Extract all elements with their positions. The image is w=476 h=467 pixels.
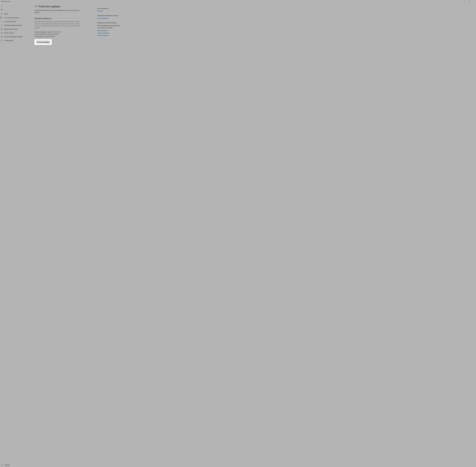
content: Protection updates View information abou…	[31, 3, 476, 467]
version-line: Security intelligence version: 1.317.476…	[34, 31, 92, 33]
maximize-button[interactable]	[467, 0, 472, 3]
update-line: Last update: 6/2/2020 10:50 AM	[34, 35, 92, 38]
hamburger-button[interactable]	[0, 8, 31, 12]
main-column: Protection updates View information abou…	[34, 5, 92, 465]
refresh-icon	[34, 5, 37, 8]
app-window: Windows Security	[0, 0, 476, 467]
sidebar-item-label: Virus & threat protection	[4, 17, 19, 18]
svg-point-15	[2, 40, 2, 40]
privacy-dashboard-link[interactable]: Privacy dashboard	[97, 32, 122, 34]
svg-point-8	[1, 21, 2, 21]
sidebar-item-virus-threat[interactable]: Virus & threat protection	[0, 16, 31, 20]
sidebar: Home Virus & threat protection Account p…	[0, 3, 31, 467]
created-line: Version created on: 6/2/2020 6:52 AM	[34, 33, 92, 35]
sidebar-item-label: Device security	[4, 32, 14, 34]
body-split: Home Virus & threat protection Account p…	[0, 3, 476, 467]
check-updates-button[interactable]: Check for updates	[36, 40, 50, 44]
aside-improve: Help improve Windows Security Give us fe…	[97, 15, 122, 19]
sidebar-item-label: Firewall & network protection	[4, 25, 22, 26]
minimize-button[interactable]	[463, 0, 467, 3]
page-title-row: Protection updates	[34, 5, 92, 8]
version-info: Security intelligence version: 1.317.476…	[34, 31, 92, 38]
section-title: Security intelligence	[34, 17, 92, 20]
shield-icon	[1, 17, 3, 19]
aside-privacy-desc: View and change privacy settings for you…	[97, 25, 122, 29]
page-subtitle: View information about your security int…	[34, 9, 82, 13]
window-controls	[463, 0, 476, 3]
window-title: Windows Security	[0, 1, 10, 2]
close-button[interactable]	[472, 0, 476, 3]
privacy-statement-link[interactable]: Privacy Statement	[97, 35, 122, 36]
sidebar-item-family[interactable]: Family options	[0, 39, 31, 42]
sidebar-item-label: Family options	[4, 40, 13, 41]
home-icon	[1, 13, 3, 15]
sidebar-item-label: Home	[4, 13, 8, 15]
aside-question: Have a question? Get help	[97, 8, 122, 12]
heart-icon	[1, 36, 3, 38]
svg-rect-10	[1, 29, 2, 30]
titlebar: Windows Security	[0, 0, 476, 3]
privacy-settings-link[interactable]: Privacy settings	[97, 30, 122, 31]
laptop-icon	[1, 32, 3, 34]
sidebar-item-label: Account protection	[4, 21, 16, 22]
aside-privacy: Change your privacy settings View and ch…	[97, 22, 122, 36]
svg-point-14	[1, 40, 2, 40]
svg-rect-12	[1, 32, 2, 33]
svg-point-16	[1, 465, 2, 465]
window-icon	[1, 28, 3, 30]
svg-rect-1	[469, 1, 470, 2]
sidebar-item-device-security[interactable]: Device security	[0, 31, 31, 35]
get-help-link[interactable]: Get help	[97, 10, 122, 12]
nav-items: Home Virus & threat protection Account p…	[0, 12, 31, 467]
person-icon	[1, 21, 3, 23]
feedback-link[interactable]: Give us feedback	[97, 17, 122, 19]
sidebar-item-label: Device performance & health	[4, 36, 22, 38]
highlighted-button-wrap: Check for updates	[34, 39, 52, 45]
aside-question-title: Have a question?	[97, 8, 122, 9]
sidebar-item-settings[interactable]: Settings	[0, 463, 31, 467]
network-icon	[1, 24, 3, 26]
sidebar-item-home[interactable]: Home	[0, 12, 31, 16]
aside-column: Have a question? Get help Help improve W…	[97, 8, 122, 465]
sidebar-item-account[interactable]: Account protection	[0, 20, 31, 23]
aside-privacy-title: Change your privacy settings	[97, 22, 122, 24]
sidebar-item-firewall[interactable]: Firewall & network protection	[0, 23, 31, 27]
family-icon	[1, 39, 3, 41]
section-description: Windows Defender Antivirus uses security…	[34, 21, 82, 29]
sidebar-item-app-browser[interactable]: App & browser control	[0, 27, 31, 31]
sidebar-bottom: Settings	[0, 463, 31, 467]
sidebar-item-label: Settings	[4, 464, 9, 466]
sidebar-item-device-performance[interactable]: Device performance & health	[0, 35, 31, 39]
aside-improve-title: Help improve Windows Security	[97, 15, 122, 16]
gear-icon	[1, 464, 3, 466]
sidebar-item-label: App & browser control	[4, 28, 18, 30]
page-title: Protection updates	[38, 5, 61, 8]
back-button[interactable]	[0, 4, 31, 8]
